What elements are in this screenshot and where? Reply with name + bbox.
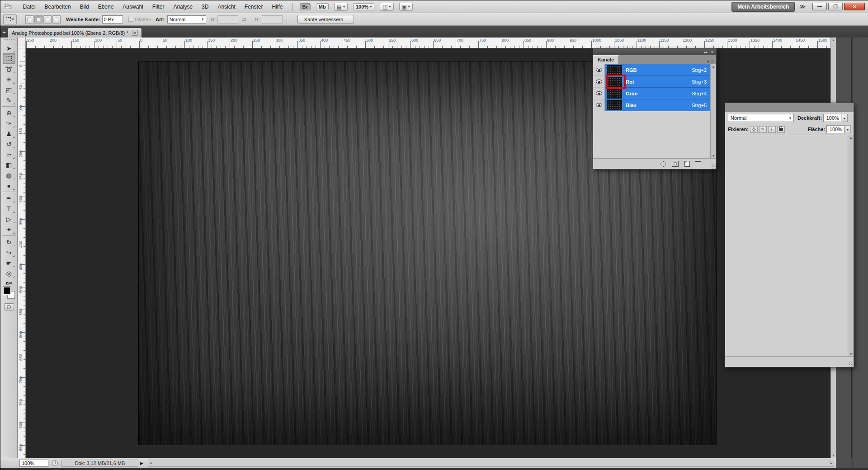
arrange-documents-button[interactable]: ◫▾ <box>380 3 393 11</box>
pen-tool[interactable]: ✒ <box>3 193 15 203</box>
zoom-level-select[interactable]: 100%▾ <box>353 3 374 10</box>
crop-tool[interactable]: ◰ <box>3 85 15 95</box>
eraser-tool[interactable]: ▱ <box>3 149 15 160</box>
paint-bucket-tool[interactable]: ◧ <box>3 160 15 170</box>
menu-3d[interactable]: 3D <box>197 0 213 13</box>
menu-datei[interactable]: Datei <box>19 0 40 13</box>
channel-body[interactable]: GrünStrg+4 <box>605 88 710 99</box>
new-channel-icon[interactable] <box>684 161 690 167</box>
visibility-toggle[interactable] <box>593 76 605 88</box>
menu-fenster[interactable]: Fenster <box>240 0 268 13</box>
workspace-overflow-icon[interactable]: ≫ <box>799 3 806 10</box>
history-brush-tool[interactable]: ↺ <box>3 139 15 149</box>
delete-channel-icon[interactable] <box>696 162 700 167</box>
scroll-up-icon[interactable]: ▲ <box>832 38 835 42</box>
document-size-indicator[interactable]: Dok: 3,12 MB/21,6 MB <box>61 460 138 467</box>
launch-bridge-button[interactable]: Br <box>300 3 311 10</box>
quick-selection-tool[interactable]: ✳ <box>3 74 15 85</box>
close-panel-icon[interactable]: ✕ <box>711 50 714 54</box>
channel-row-blau[interactable]: BlauStrg+5 <box>593 99 716 111</box>
scroll-up-icon[interactable]: ▲ <box>712 65 715 68</box>
status-menu-icon[interactable]: ▶ <box>140 461 143 465</box>
fill-spinner-icon[interactable]: ▸ <box>845 125 851 133</box>
scroll-right-icon[interactable]: ▸ <box>830 461 832 465</box>
resize-grip[interactable] <box>711 164 716 169</box>
opacity-value[interactable]: 100% <box>823 114 841 122</box>
menu-ebene[interactable]: Ebene <box>94 0 118 13</box>
channel-body[interactable]: BlauStrg+5 <box>605 99 710 111</box>
blur-tool[interactable]: ◍ <box>3 170 15 180</box>
scroll-down-icon[interactable]: ▼ <box>849 352 853 356</box>
tab-kanaele[interactable]: Kanäle <box>593 55 619 64</box>
eyedropper-tool[interactable]: ✎ <box>3 95 15 105</box>
document-tab[interactable]: Analog Photoshop.psd bei 100% (Ebene 2, … <box>8 28 142 38</box>
lasso-tool[interactable]: ➰ <box>3 64 15 74</box>
view-extras-button[interactable]: ▤▾ <box>334 3 348 11</box>
panel-grip[interactable] <box>3 39 15 42</box>
channel-row-gruen[interactable]: GrünStrg+4 <box>593 88 716 99</box>
quick-mask-button[interactable] <box>4 303 14 310</box>
lock-all-button[interactable] <box>777 126 785 133</box>
scroll-down-icon[interactable]: ▼ <box>712 154 715 157</box>
vertical-ruler[interactable]: 0501001502002503003504004505005506006507… <box>18 48 26 458</box>
lock-position-button[interactable]: ✛ <box>768 126 776 133</box>
layers-scrollbar[interactable]: ▲ ▼ <box>848 135 854 357</box>
menu-bild[interactable]: Bild <box>75 0 94 13</box>
hand-tool[interactable]: ☛ <box>3 258 15 268</box>
add-to-selection-button[interactable] <box>34 15 42 24</box>
channels-scrollbar[interactable]: ▲ ▼ <box>710 64 716 158</box>
collapse-panel-icon[interactable]: ◂◂ <box>703 50 707 54</box>
channels-panel-titlebar[interactable]: ◂◂ ✕ <box>593 49 716 55</box>
refine-edge-button[interactable]: Kante verbessern... <box>297 15 354 24</box>
rectangular-marquee-tool[interactable] <box>3 53 15 64</box>
menu-bearbeiten[interactable]: Bearbeiten <box>40 0 75 13</box>
move-tool[interactable]: ➤ <box>3 43 15 53</box>
lock-paint-button[interactable]: ✎ <box>759 126 767 133</box>
visibility-toggle[interactable] <box>593 99 605 111</box>
tab-close-icon[interactable]: ✕ <box>132 30 138 36</box>
load-channel-as-selection-icon[interactable] <box>660 161 666 167</box>
horizontal-ruler[interactable]: 2502001501005005010015020025030035040045… <box>26 38 830 48</box>
3d-rotate-tool[interactable]: ↻ <box>3 237 15 247</box>
custom-shape-tool[interactable]: ✦ <box>3 224 15 235</box>
healing-brush-tool[interactable]: ⊕ <box>3 108 15 118</box>
lock-transparency-button[interactable] <box>750 126 758 133</box>
blend-mode-select[interactable]: Normal▾ <box>728 114 794 122</box>
burn-tool[interactable]: ● <box>3 180 15 191</box>
fill-value[interactable]: 100% <box>826 125 844 133</box>
save-selection-as-channel-icon[interactable] <box>672 161 679 167</box>
brush-tool[interactable]: ✑ <box>3 118 15 128</box>
default-colors-icon[interactable]: ◩⇄ <box>5 281 12 285</box>
type-tool[interactable]: T <box>3 203 15 214</box>
screen-mode-button[interactable]: ▣▾ <box>399 3 413 11</box>
resize-grip[interactable] <box>849 362 853 367</box>
visibility-toggle[interactable] <box>593 64 605 76</box>
tab-scroll-icon[interactable]: ▸▸ <box>3 30 5 34</box>
subtract-from-selection-button[interactable] <box>43 15 52 24</box>
close-button[interactable]: ✕ <box>844 3 865 10</box>
style-select[interactable]: Normal▾ <box>167 15 206 24</box>
menu-filter[interactable]: Filter <box>148 0 169 13</box>
visibility-toggle[interactable] <box>593 88 605 99</box>
horizontal-scrollbar[interactable]: ◂ ▸ <box>148 460 834 467</box>
status-zoom-input[interactable] <box>19 460 48 467</box>
menu-analyse[interactable]: Analyse <box>169 0 197 13</box>
minimize-button[interactable]: — <box>812 3 827 10</box>
scroll-up-icon[interactable]: ▲ <box>849 136 853 139</box>
panel-menu-icon[interactable]: ▾≡ <box>707 59 716 64</box>
3d-orbit-tool[interactable]: ↪ <box>3 247 15 258</box>
menu-ansicht[interactable]: Ansicht <box>213 0 240 13</box>
launch-mini-bridge-button[interactable]: Mb <box>316 3 329 10</box>
restore-button[interactable]: ❐ <box>828 3 843 10</box>
path-selection-tool[interactable]: ▷ <box>3 214 15 224</box>
ruler-corner[interactable] <box>18 38 26 48</box>
new-selection-button[interactable] <box>25 15 33 24</box>
menu-auswahl[interactable]: Auswahl <box>118 0 147 13</box>
foreground-color-swatch[interactable] <box>3 287 11 295</box>
zoom-tool[interactable]: ◎ <box>3 268 15 278</box>
anti-alias-checkbox[interactable] <box>128 17 133 22</box>
workspace-button[interactable]: Mein Arbeitsbereich <box>731 2 795 12</box>
intersect-selection-button[interactable] <box>52 15 61 24</box>
clone-stamp-tool[interactable]: ♟ <box>3 128 15 139</box>
tool-preset-picker[interactable]: ▾ <box>3 14 17 24</box>
